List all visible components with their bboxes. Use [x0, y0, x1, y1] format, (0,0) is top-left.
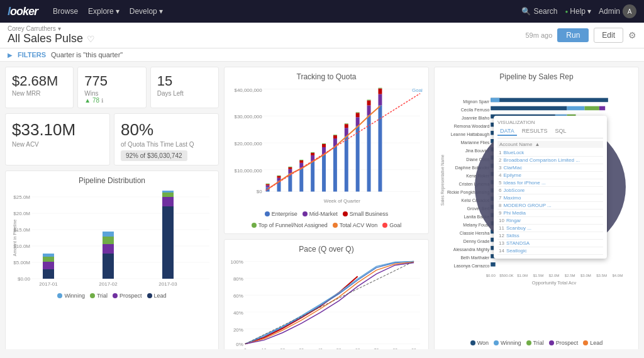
- svg-text:$1.0M: $1.0M: [517, 274, 528, 277]
- svg-text:Remona Woodard: Remona Woodard: [454, 124, 490, 128]
- svg-text:$5.00M: $5.00M: [13, 260, 30, 266]
- legend-total-acv: Total ACV Won: [333, 222, 377, 228]
- logo: looker: [8, 5, 38, 18]
- search-button[interactable]: 🔍 Search: [521, 7, 557, 16]
- svg-rect-113: [599, 106, 605, 111]
- svg-rect-65: [333, 135, 337, 135]
- mrr-label: New MRR: [12, 90, 67, 97]
- svg-text:30: 30: [299, 348, 304, 349]
- search-icon: 🔍: [521, 7, 531, 16]
- popup-row-2: 2Broadband Comparison Limited ...: [497, 157, 603, 164]
- svg-text:0%: 0%: [236, 342, 243, 347]
- svg-rect-108: [491, 98, 499, 103]
- popup-row-8: 8MODERO GROUP ...: [497, 202, 603, 210]
- legend-enterprise: Enterprise: [265, 211, 297, 217]
- popup-row-11: 11Scanbuy ...: [497, 225, 603, 232]
- legend-rep-prospect: Prospect: [549, 340, 579, 346]
- trend-up-icon: ▲ 78: [84, 97, 99, 104]
- quota-detail-button[interactable]: 92% of $36,030,742: [121, 150, 187, 161]
- pipeline-dist-svg: $25.0M $20.0M $15.0M $10.0M $5.00M $0.00: [11, 187, 213, 288]
- kpi-row-1: $2.68M New MRR 775 Wins ▲ 78 ℹ 15 Days L…: [5, 67, 219, 108]
- svg-rect-75: [367, 105, 371, 115]
- popup-col-header: Account Name ▲: [497, 141, 603, 148]
- svg-text:Alessandra Mighty: Alessandra Mighty: [453, 247, 490, 252]
- popup-tab-data[interactable]: DATA: [497, 127, 517, 136]
- help-button[interactable]: ● Help ▾: [565, 7, 591, 16]
- svg-text:Melany Foust: Melany Foust: [463, 223, 489, 228]
- popup-title: VISUALIZATION: [497, 120, 603, 125]
- explore-nav[interactable]: Explore ▾: [88, 7, 119, 16]
- svg-text:2017-01: 2017-01: [39, 281, 58, 287]
- popup-row-12: 12Skllss: [497, 232, 603, 240]
- legend-goal: Goal: [382, 222, 401, 228]
- tracking-title: Tracking to Quota: [230, 72, 423, 81]
- popup-tabs: DATA RESULTS SQL: [497, 127, 603, 138]
- svg-text:Cecila Ferruso: Cecila Ferruso: [461, 108, 490, 112]
- svg-rect-41: [266, 184, 270, 184]
- action-buttons: 59m ago Run Edit ⚙: [525, 28, 636, 43]
- admin-button[interactable]: Admin A: [599, 4, 636, 18]
- svg-text:$30,000,000: $30,000,000: [235, 114, 263, 120]
- popup-row-7: 7Maximo: [497, 194, 603, 202]
- legend-prospect: Prospect: [113, 293, 142, 299]
- svg-rect-14: [43, 257, 54, 262]
- develop-nav[interactable]: Develop ▾: [130, 7, 163, 16]
- svg-text:$40,000,000: $40,000,000: [235, 87, 263, 93]
- breadcrumb: Corey Carruthers ▾: [8, 25, 95, 32]
- edit-button[interactable]: Edit: [594, 28, 623, 43]
- wins-sub: ▲ 78 ℹ: [84, 97, 139, 104]
- svg-rect-40: [266, 184, 270, 186]
- svg-text:60%: 60%: [233, 293, 243, 299]
- svg-text:80%: 80%: [233, 276, 243, 282]
- quota-label: of Quota This Time Last Q: [121, 141, 212, 148]
- svg-rect-15: [43, 254, 54, 257]
- svg-text:$0.00: $0.00: [486, 274, 496, 277]
- legend-top-funnel: Top of Funnel/Not Assigned: [252, 222, 328, 228]
- svg-text:80: 80: [392, 348, 397, 349]
- svg-text:$3.5M: $3.5M: [596, 274, 607, 277]
- heart-icon[interactable]: ♡: [87, 34, 95, 44]
- gear-icon[interactable]: ⚙: [628, 30, 636, 40]
- popup-row-9: 9Phi Media: [497, 210, 603, 217]
- pipeline-distribution-chart: Pipeline Distribution $25.0M $20.0M $15.…: [5, 171, 219, 349]
- svg-rect-53: [299, 160, 303, 160]
- run-button[interactable]: Run: [557, 28, 589, 42]
- svg-text:Opportunity Total Acv: Opportunity Total Acv: [532, 280, 577, 286]
- svg-text:Week of Quarter: Week of Quarter: [324, 198, 360, 204]
- legend-winning: Winning: [57, 293, 85, 299]
- days-label: Days Left: [157, 90, 212, 97]
- svg-rect-45: [277, 176, 281, 176]
- svg-rect-57: [311, 152, 314, 153]
- svg-rect-50: [299, 168, 303, 192]
- svg-text:$20.0M: $20.0M: [13, 211, 30, 216]
- svg-rect-64: [333, 135, 337, 138]
- tracking-quota-chart: Tracking to Quota $40,000,000 $30,000,00…: [224, 67, 429, 234]
- svg-text:$20,000,000: $20,000,000: [235, 141, 263, 147]
- svg-text:Goal: Goal: [412, 87, 423, 93]
- svg-rect-44: [277, 176, 281, 178]
- filter-arrow-icon[interactable]: ▶: [8, 52, 13, 59]
- avatar: A: [623, 4, 636, 18]
- svg-rect-66: [345, 136, 348, 191]
- popup-row-6: 6JobScore: [497, 187, 603, 194]
- svg-rect-16: [103, 254, 114, 279]
- svg-text:60: 60: [355, 348, 360, 349]
- popup-rows: 1BlueLock 2Broadband Comparison Limited …: [497, 149, 603, 255]
- svg-rect-58: [322, 154, 326, 192]
- left-column: $2.68M New MRR 775 Wins ▲ 78 ℹ 15 Days L…: [5, 67, 219, 349]
- legend-rep-winning: Winning: [494, 340, 521, 346]
- status-dot: ●: [565, 9, 568, 14]
- svg-rect-19: [103, 232, 114, 237]
- tracking-svg: $40,000,000 $30,000,000 $20,000,000 $10,…: [230, 84, 423, 206]
- popup-tab-results[interactable]: RESULTS: [519, 127, 550, 136]
- wins-value: 775: [84, 74, 139, 89]
- popup-tab-sql[interactable]: SQL: [553, 127, 569, 136]
- svg-text:$0.00: $0.00: [18, 276, 31, 282]
- svg-text:10: 10: [262, 348, 267, 349]
- svg-text:$3.0M: $3.0M: [580, 274, 591, 277]
- pipeline-dist-title: Pipeline Distribution: [11, 176, 213, 185]
- browse-nav[interactable]: Browse: [53, 7, 78, 16]
- filter-text: Quarter is "this quarter": [51, 51, 123, 59]
- mrr-kpi-card: $2.68M New MRR: [5, 67, 74, 108]
- svg-rect-23: [162, 191, 174, 193]
